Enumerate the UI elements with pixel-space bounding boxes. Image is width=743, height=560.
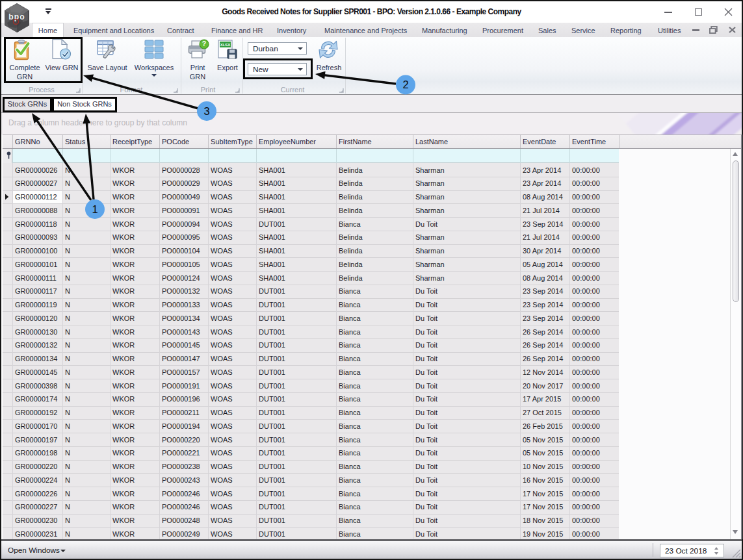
svg-text:2: 2 xyxy=(402,79,408,90)
svg-text:3: 3 xyxy=(203,105,209,117)
svg-text:1: 1 xyxy=(92,203,98,215)
svg-text:bpo: bpo xyxy=(8,12,25,21)
